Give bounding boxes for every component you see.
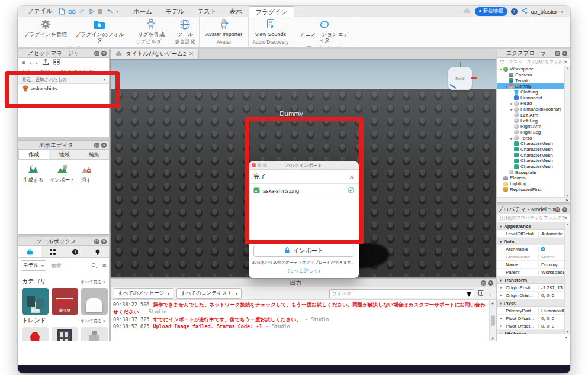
- menu-tab-プラグイン[interactable]: プラグイン: [249, 6, 295, 17]
- see-all-link[interactable]: すべて見る >: [81, 279, 105, 285]
- tree-item-ReplicatedFirst[interactable]: ReplicatedFirst: [497, 186, 564, 192]
- panel-float-button[interactable]: ◳: [555, 51, 560, 56]
- tree-item-Players[interactable]: Players: [497, 175, 564, 181]
- terrain-button-生成する[interactable]: 生成する: [23, 164, 43, 184]
- terrain-button-消す[interactable]: 消す: [81, 164, 92, 184]
- category-select[interactable]: モデル▾: [21, 260, 46, 271]
- ribbon-button-リグを作成[interactable]: リグを作成: [135, 18, 167, 38]
- trash-icon[interactable]: [477, 288, 484, 299]
- undo-icon[interactable]: [106, 8, 113, 15]
- tree-item-CharacterMesh[interactable]: CharacterMesh: [497, 164, 564, 170]
- panel-float-button[interactable]: ◳: [555, 207, 560, 212]
- tree-item-Head[interactable]: ▸Head: [497, 101, 564, 106]
- menu-icon[interactable]: ≡: [22, 59, 25, 66]
- property-row-Archivable[interactable]: Archivable✓: [497, 245, 564, 253]
- output-message[interactable]: 09:38:37.725すでにインポートが進行中です。後でもう一度お試しください…: [113, 316, 487, 323]
- tree-item-Dummy[interactable]: ▾Dummy: [497, 83, 564, 89]
- panel-close-button[interactable]: ✕: [488, 280, 493, 286]
- find-icon[interactable]: [68, 8, 76, 15]
- property-row-PrimaryPart[interactable]: PrimaryPartHumanoidRootPart: [497, 307, 564, 315]
- explorer-filter-input[interactable]: [500, 59, 565, 64]
- property-row-LevelOfDetail[interactable]: LevelOfDetailAutomatic: [497, 230, 564, 238]
- upload-icon[interactable]: [42, 59, 49, 67]
- terrain-button-インポート[interactable]: インポート: [49, 164, 75, 184]
- toolbox-card[interactable]: [81, 327, 108, 341]
- chevron-right-icon[interactable]: ▸: [500, 324, 502, 328]
- property-section-Attributes[interactable]: ▾Attributes: [497, 330, 564, 334]
- tree-item-Right Leg[interactable]: Right Leg: [497, 130, 564, 135]
- terrain-tab-地域[interactable]: 地域: [49, 150, 79, 159]
- tree-item-CharacterMesh[interactable]: CharacterMesh: [497, 158, 564, 164]
- property-section-Data[interactable]: ▾Data: [497, 238, 564, 245]
- expander-icon[interactable]: ▸: [509, 101, 514, 105]
- panel-close-button[interactable]: ✕: [101, 143, 107, 148]
- menu-file[interactable]: ファイル: [26, 6, 59, 17]
- redo-icon[interactable]: [79, 8, 86, 15]
- view-cube[interactable]: Back: [448, 67, 472, 90]
- tab-inventory[interactable]: [41, 246, 64, 257]
- see-all-link[interactable]: すべて見る >: [81, 318, 105, 324]
- chevron-right-icon[interactable]: ▸: [500, 316, 502, 320]
- output-filter-input[interactable]: [332, 291, 467, 296]
- tab-recent[interactable]: [64, 246, 86, 257]
- context-filter-dropdown[interactable]: すべてのコンテキスト▾: [176, 288, 242, 299]
- properties-scrollbar[interactable]: ▲▼: [564, 222, 570, 334]
- scroll-thumb[interactable]: [491, 315, 495, 326]
- property-section-Appearance[interactable]: ▾Appearance: [497, 222, 564, 230]
- panel-float-button[interactable]: ◳: [94, 51, 99, 56]
- property-row-Origin Posit...[interactable]: ▸Origin Posit...-1.287, 13.695, 15.001: [497, 284, 564, 292]
- panel-close-button[interactable]: ✕: [562, 51, 567, 56]
- property-section-Transform[interactable]: ▾Transform: [497, 276, 564, 284]
- explorer-hscrollbar[interactable]: ▶: [497, 197, 570, 202]
- tab-close-icon[interactable]: ✕: [189, 51, 194, 57]
- output-scrollbar[interactable]: ▲ ▼: [489, 300, 496, 341]
- ribbon-button-Avatar Importer[interactable]: Avatar Importer: [203, 18, 245, 38]
- toolbox-card-乗り物[interactable]: 乗り物: [52, 288, 78, 315]
- property-value[interactable]: 0, 0, 0: [539, 293, 564, 298]
- panel-float-button[interactable]: ◳: [94, 143, 99, 148]
- property-value[interactable]: ✓: [539, 247, 564, 252]
- toolbox-card[interactable]: [52, 327, 78, 341]
- tree-item-HumanoidRootPart[interactable]: ▸HumanoidRootPart: [497, 106, 564, 112]
- scroll-up-icon[interactable]: ▲: [491, 300, 494, 305]
- ribbon-button-プラグインを管理[interactable]: プラグインを管理: [21, 18, 69, 38]
- scroll-down-icon[interactable]: ▼: [491, 336, 494, 340]
- forward-icon[interactable]: ›: [36, 59, 37, 66]
- dialog-close-icon[interactable]: ✕: [349, 174, 354, 180]
- chevron-right-icon[interactable]: ▸: [500, 285, 502, 289]
- property-row-Parent[interactable]: ParentWorkspace: [497, 269, 564, 276]
- filter-dropdown-caret[interactable]: ▾: [467, 288, 471, 299]
- import-button[interactable]: インポート: [253, 245, 354, 257]
- expander-icon[interactable]: ▸: [509, 107, 514, 111]
- tree-item-CharacterMesh[interactable]: CharacterMesh: [497, 147, 564, 153]
- chevron-right-icon[interactable]: ▸: [500, 293, 502, 297]
- property-value[interactable]: 0, 0, 0: [539, 324, 564, 329]
- share-icon[interactable]: [521, 7, 528, 15]
- expander-icon[interactable]: ▸: [509, 136, 514, 140]
- panel-float-button[interactable]: ◳: [481, 280, 486, 286]
- property-value[interactable]: -1.287, 13.695, 15.001: [539, 285, 564, 290]
- filter-caret-icon[interactable]: ▾: [565, 59, 567, 64]
- output-message[interactable]: 09:38:22.506操作できませんでした。ネットワーク接続をチェックして、も…: [113, 301, 487, 316]
- property-value[interactable]: Model: [539, 254, 564, 260]
- terrain-tab-作成[interactable]: 作成: [18, 150, 49, 159]
- properties-bottom-row[interactable]: ▾: [497, 334, 570, 341]
- explorer-scrollbar[interactable]: ▲▼: [564, 66, 570, 197]
- property-value[interactable]: Dummy: [539, 262, 564, 267]
- properties-table[interactable]: ▲▼ ▾AppearanceLevelOfDetailAutomatic▾Dat…: [497, 222, 570, 334]
- stop-icon[interactable]: [98, 9, 103, 14]
- expander-icon[interactable]: ▾: [499, 67, 503, 71]
- panel-float-button[interactable]: ◳: [94, 239, 99, 244]
- menu-tab-テスト[interactable]: テスト: [191, 6, 223, 17]
- tree-item-Terrain[interactable]: Terrain: [497, 77, 564, 83]
- news-badge[interactable]: 新着情報: [475, 7, 507, 16]
- undo-dropdown-caret[interactable]: ▾: [116, 9, 118, 14]
- search-input[interactable]: [51, 263, 91, 269]
- tab-marketplace[interactable]: [18, 246, 41, 257]
- property-value[interactable]: HumanoidRootPart: [539, 308, 564, 313]
- terrain-tab-編集[interactable]: 編集: [79, 150, 109, 159]
- tree-item-Right Arm[interactable]: Right Arm: [497, 124, 564, 130]
- ribbon-button-ツール[interactable]: ツール: [175, 18, 195, 38]
- filter-caret-icon[interactable]: ▾: [565, 215, 567, 221]
- tree-item-Clothing[interactable]: Clothing: [497, 89, 564, 95]
